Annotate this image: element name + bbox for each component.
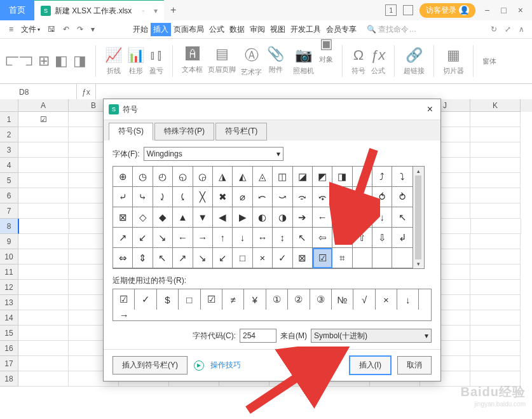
save-icon[interactable]: 🖫	[44, 25, 59, 34]
cell[interactable]	[18, 203, 69, 219]
cell[interactable]	[18, 158, 69, 173]
symbol-cell[interactable]: ▶	[233, 207, 252, 228]
tab-symbolbar[interactable]: 符号栏(T)	[215, 123, 267, 141]
menu-formula[interactable]: 公式	[207, 24, 227, 35]
font-select[interactable]: Wingdings▾	[144, 147, 283, 161]
symbol-cell[interactable]: ⤻	[273, 187, 292, 207]
cancel-button[interactable]: 取消	[397, 356, 432, 374]
menu-layout[interactable]: 页面布局	[171, 24, 207, 35]
chart4-icon[interactable]: ◨	[73, 53, 86, 69]
symbol-cell[interactable]: ➔	[293, 207, 313, 228]
row-header[interactable]: 18	[0, 371, 18, 387]
symbol-cell[interactable]: ↙	[133, 228, 153, 248]
symbol-cell[interactable]: ↙	[213, 248, 233, 268]
sparkline-line-icon[interactable]: 📈	[105, 47, 122, 64]
chart1-icon[interactable]: ⫍⫎	[5, 53, 33, 69]
cell[interactable]	[18, 280, 69, 295]
cell[interactable]	[470, 188, 521, 203]
cell[interactable]	[470, 310, 521, 326]
tab-options-icon[interactable]: ▫	[142, 6, 144, 15]
sync-icon[interactable]: ↻	[491, 25, 497, 34]
recent-symbol[interactable]: ☑	[113, 289, 135, 310]
cell[interactable]	[470, 249, 521, 264]
symbol-cell[interactable]: ◫	[273, 167, 292, 187]
symbol-cell[interactable]: ⤸	[153, 187, 173, 207]
row-header[interactable]: 17	[0, 356, 18, 371]
tab-special[interactable]: 特殊字符(P)	[154, 123, 214, 141]
window-count[interactable]: 1	[385, 4, 397, 16]
row-header[interactable]: 7	[0, 203, 18, 219]
cell[interactable]	[470, 356, 521, 371]
cell[interactable]	[18, 249, 69, 264]
symbol-cell[interactable]: ⤹	[173, 187, 193, 207]
cell[interactable]	[18, 341, 69, 356]
menu-dev[interactable]: 开发工具	[288, 24, 324, 35]
symbol-cell[interactable]: ◆	[153, 207, 173, 228]
symbol-cell[interactable]: ×	[253, 248, 273, 268]
close-button[interactable]: ×	[515, 5, 526, 15]
symbol-cell[interactable]: ↖	[392, 207, 412, 228]
expand-icon[interactable]: ⤢	[505, 25, 511, 34]
row-header[interactable]: 15	[0, 326, 18, 341]
symbol-cell[interactable]: ⊠	[113, 207, 133, 228]
dialog-titlebar[interactable]: S 符号 ×	[104, 99, 440, 120]
recent-symbol[interactable]: □	[179, 289, 200, 310]
symbol-cell[interactable]: ▼	[193, 207, 213, 228]
symbol-cell[interactable]	[372, 248, 392, 268]
cell[interactable]	[471, 219, 521, 234]
cell[interactable]	[470, 173, 521, 188]
symbol-cell[interactable]: ↖	[293, 228, 313, 248]
col-header-k[interactable]: K	[470, 99, 521, 112]
symbol-cell[interactable]	[392, 248, 412, 268]
cell[interactable]	[18, 371, 69, 387]
symbol-cell[interactable]: ↑	[213, 228, 233, 248]
symbol-cell[interactable]: ☑	[313, 248, 332, 268]
symbol-cell[interactable]: ◷	[133, 167, 153, 187]
symbol-cell[interactable]: ↘	[193, 248, 213, 268]
symbol-cell[interactable]: ⥁	[392, 187, 412, 207]
cell[interactable]	[470, 326, 521, 341]
row-header[interactable]: 6	[0, 188, 18, 203]
symbol-cell[interactable]: ⤵	[392, 167, 412, 187]
symbol-cell[interactable]: ◇	[133, 207, 153, 228]
row-header[interactable]: 2	[0, 127, 18, 142]
chart3-icon[interactable]: ◧	[55, 53, 68, 69]
sparkline-col-icon[interactable]: 📊	[127, 47, 144, 64]
symbol-cell[interactable]: ◀	[213, 207, 233, 228]
redo-icon[interactable]: ↷	[73, 25, 87, 34]
cell[interactable]	[18, 234, 69, 249]
row-header[interactable]: 14	[0, 310, 18, 326]
recent-symbol[interactable]: ↓	[397, 289, 419, 310]
home-tab[interactable]: 首页	[0, 0, 34, 20]
file-tab[interactable]: S 新建 XLSX 工作表.xlsx ▫ ▾	[34, 0, 164, 21]
more-icon[interactable]: ▾	[87, 25, 99, 34]
dropdown-icon[interactable]: ▾	[154, 6, 158, 15]
menu-insert[interactable]: 插入	[151, 23, 171, 36]
row-header[interactable]: 5	[0, 173, 18, 188]
symbol-cell[interactable]: ◴	[153, 167, 173, 187]
equation-icon[interactable]: ƒx	[371, 47, 385, 64]
new-tab-button[interactable]: +	[164, 0, 183, 20]
symbol-cell[interactable]: ◮	[213, 167, 233, 187]
symbol-cell[interactable]: ↗	[113, 228, 133, 248]
symbol-cell[interactable]: ↗	[173, 248, 193, 268]
menu-icon[interactable]: ≡	[5, 25, 17, 34]
symbol-cell[interactable]: ⇔	[113, 248, 133, 268]
symbol-cell[interactable]: ↖	[153, 248, 173, 268]
symbol-cell[interactable]: ⊠	[293, 248, 313, 268]
app-icon[interactable]	[403, 5, 413, 15]
play-icon[interactable]: ▶	[194, 361, 204, 371]
cell[interactable]	[18, 127, 69, 142]
textbox-icon[interactable]: 🅰	[186, 46, 200, 62]
symbol-cell[interactable]: ↕	[273, 228, 292, 248]
recent-symbol[interactable]: ×	[376, 289, 397, 310]
symbol-cell[interactable]	[353, 248, 372, 268]
row-header[interactable]: 3	[0, 142, 18, 158]
row-header[interactable]: 10	[0, 249, 18, 264]
recent-symbol[interactable]: ≠	[222, 289, 244, 310]
symbol-cell[interactable]: ⌗	[332, 248, 352, 268]
recent-symbol[interactable]: ¥	[244, 289, 266, 310]
camera-icon[interactable]: 📷	[295, 47, 312, 64]
row-header[interactable]: 13	[0, 295, 18, 310]
symbol-cell[interactable]: ⤺	[253, 187, 273, 207]
